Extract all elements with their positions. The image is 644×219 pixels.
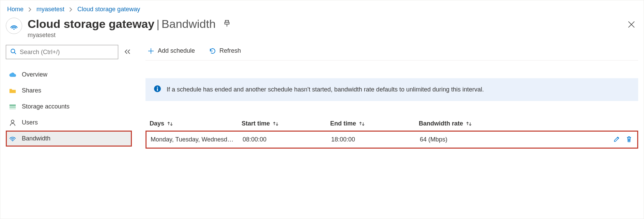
svg-point-16 <box>157 87 158 88</box>
cloud-icon <box>8 72 17 78</box>
column-header-start-time[interactable]: Start time <box>242 120 330 127</box>
chevron-right-icon <box>28 7 32 12</box>
svg-rect-10 <box>10 108 16 109</box>
table-row[interactable]: Monday, Tuesday, Wednesd… 08:00:00 18:00… <box>145 131 638 149</box>
sidebar: Overview Shares Storage accounts Users <box>6 45 132 149</box>
cell-start-time: 08:00:00 <box>243 136 331 143</box>
sidebar-item-label: Overview <box>22 71 47 78</box>
info-icon <box>154 85 161 94</box>
sidebar-item-label: Bandwidth <box>22 135 50 142</box>
breadcrumb-home[interactable]: Home <box>7 6 24 13</box>
cell-bandwidth-rate: 64 (Mbps) <box>420 136 606 143</box>
resource-subtitle: myasetest <box>28 32 232 39</box>
refresh-label: Refresh <box>219 47 241 54</box>
search-icon <box>10 48 16 56</box>
svg-point-12 <box>12 140 13 141</box>
folder-icon <box>8 88 17 94</box>
breadcrumb-resource[interactable]: myasetest <box>36 6 64 13</box>
refresh-button[interactable]: Refresh <box>207 47 243 55</box>
wifi-icon <box>8 136 17 142</box>
edit-row-button[interactable] <box>613 135 621 144</box>
svg-rect-8 <box>10 104 16 106</box>
content: Add schedule Refresh If a schedule has e… <box>132 45 638 149</box>
pin-button[interactable] <box>222 18 232 30</box>
search-input[interactable] <box>19 48 114 56</box>
info-message: If a schedule has ended and another sche… <box>167 86 484 93</box>
cell-end-time: 18:00:00 <box>331 136 420 143</box>
sidebar-item-users[interactable]: Users <box>6 115 132 131</box>
svg-line-7 <box>14 52 16 54</box>
svg-rect-9 <box>10 106 16 108</box>
svg-rect-2 <box>225 22 229 24</box>
table-header: Days Start time End time <box>145 117 638 131</box>
sidebar-item-label: Storage accounts <box>22 103 70 110</box>
sort-icon <box>466 121 472 127</box>
delete-row-button[interactable] <box>625 135 633 144</box>
sidebar-item-shares[interactable]: Shares <box>6 83 132 99</box>
sort-icon <box>359 121 365 127</box>
svg-point-6 <box>11 49 15 53</box>
storage-icon <box>8 104 17 110</box>
cell-days: Monday, Tuesday, Wednesd… <box>151 136 243 143</box>
sidebar-item-label: Shares <box>22 87 41 94</box>
add-schedule-button[interactable]: Add schedule <box>145 47 197 55</box>
search-input-wrapper[interactable] <box>6 45 118 59</box>
column-header-end-time[interactable]: End time <box>330 120 419 127</box>
close-button[interactable] <box>627 20 636 30</box>
sort-icon <box>273 121 279 127</box>
toolbar: Add schedule Refresh <box>145 45 638 61</box>
svg-point-11 <box>11 120 14 123</box>
info-banner: If a schedule has ended and another sche… <box>145 78 638 101</box>
collapse-sidebar-button[interactable] <box>123 48 132 57</box>
column-header-bandwidth-rate[interactable]: Bandwidth rate <box>419 120 607 127</box>
column-header-days[interactable]: Days <box>150 120 242 127</box>
chevron-right-icon <box>69 7 73 12</box>
sidebar-item-bandwidth[interactable]: Bandwidth <box>6 131 132 147</box>
user-icon <box>8 119 17 126</box>
sort-icon <box>167 121 173 127</box>
sidebar-item-overview[interactable]: Overview <box>6 67 132 83</box>
add-schedule-label: Add schedule <box>158 47 195 54</box>
schedule-table: Days Start time End time <box>145 117 638 149</box>
svg-point-0 <box>13 28 15 30</box>
breadcrumb: Home myasetest Cloud storage gateway <box>6 4 638 16</box>
page-title: Cloud storage gateway|Bandwidth <box>28 18 216 30</box>
svg-rect-17 <box>157 88 158 91</box>
breadcrumb-blade[interactable]: Cloud storage gateway <box>77 6 140 13</box>
sidebar-item-label: Users <box>22 119 38 126</box>
gateway-icon <box>6 18 22 34</box>
sidebar-item-storage-accounts[interactable]: Storage accounts <box>6 99 132 115</box>
